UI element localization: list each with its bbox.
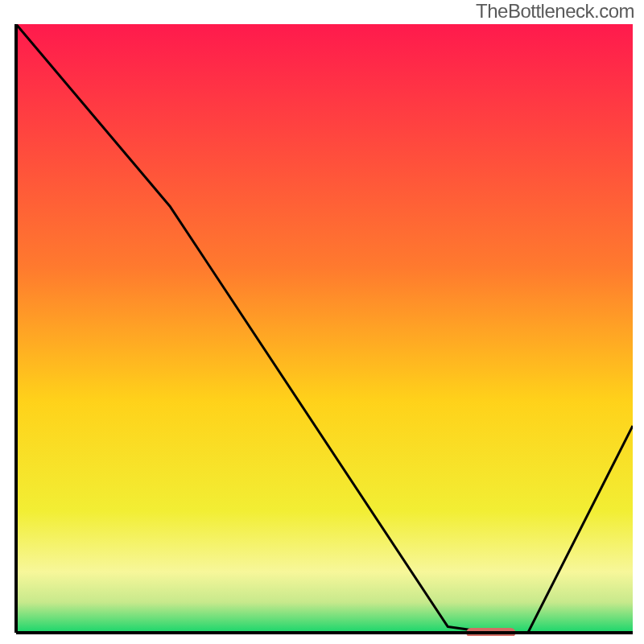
- chart-svg: [14, 24, 633, 636]
- bottleneck-chart: [14, 24, 633, 636]
- watermark-text: TheBottleneck.com: [476, 0, 634, 23]
- chart-background: [16, 24, 633, 633]
